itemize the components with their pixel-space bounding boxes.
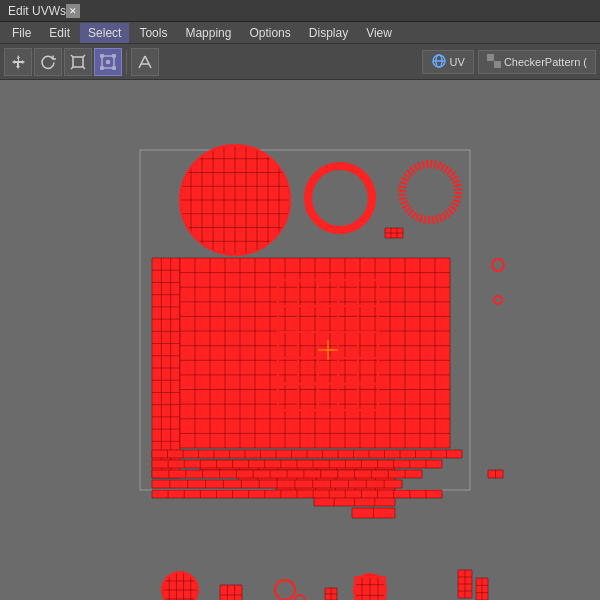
title-bar-text: Edit UVWs [8, 4, 66, 18]
menu-options[interactable]: Options [241, 23, 298, 43]
menu-display[interactable]: Display [301, 23, 356, 43]
close-button[interactable]: ✕ [66, 4, 80, 18]
menu-mapping[interactable]: Mapping [177, 23, 239, 43]
menu-select[interactable]: Select [80, 23, 129, 43]
freeform-tool-button[interactable] [94, 48, 122, 76]
toolbar: UV CheckerPattern ( [0, 44, 600, 80]
svg-rect-0 [73, 57, 83, 67]
uv-label: UV [450, 56, 465, 68]
toolbar-separator [126, 50, 127, 74]
svg-point-10 [107, 60, 110, 63]
checker-icon [487, 54, 501, 70]
menu-view[interactable]: View [358, 23, 400, 43]
svg-line-2 [83, 55, 85, 57]
title-bar: Edit UVWs ✕ [0, 0, 600, 22]
rotate-tool-button[interactable] [34, 48, 62, 76]
svg-line-11 [139, 56, 145, 68]
svg-point-7 [113, 54, 116, 57]
svg-line-12 [145, 56, 151, 68]
svg-rect-17 [487, 54, 494, 61]
menu-tools[interactable]: Tools [131, 23, 175, 43]
svg-rect-19 [494, 54, 501, 61]
uv-display-button[interactable]: UV [422, 50, 474, 74]
svg-line-1 [71, 55, 73, 57]
svg-point-6 [101, 54, 104, 57]
uv-icon [431, 53, 447, 71]
weld-tool-button[interactable] [131, 48, 159, 76]
toolbar-right: UV CheckerPattern ( [422, 50, 596, 74]
svg-rect-18 [494, 61, 501, 68]
checker-label: CheckerPattern [504, 56, 580, 68]
svg-point-8 [101, 66, 104, 69]
menu-file[interactable]: File [4, 23, 39, 43]
svg-point-9 [113, 66, 116, 69]
canvas-area[interactable] [0, 80, 600, 600]
menu-edit[interactable]: Edit [41, 23, 78, 43]
uv-canvas[interactable] [0, 80, 600, 600]
menu-bar: File Edit Select Tools Mapping Options D… [0, 22, 600, 44]
checker-pattern-button[interactable]: CheckerPattern ( [478, 50, 596, 74]
svg-line-4 [83, 67, 85, 69]
move-tool-button[interactable] [4, 48, 32, 76]
scale-tool-button[interactable] [64, 48, 92, 76]
svg-rect-20 [487, 61, 494, 68]
chevron-icon: ( [583, 56, 587, 68]
svg-line-3 [71, 67, 73, 69]
